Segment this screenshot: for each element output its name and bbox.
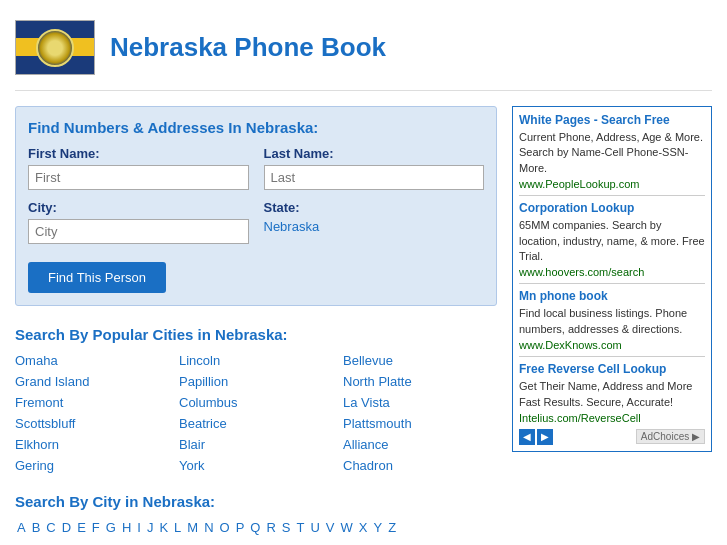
ad-title-1[interactable]: Corporation Lookup <box>519 201 705 215</box>
alpha-link-C[interactable]: C <box>44 520 57 535</box>
alpha-link-Q[interactable]: Q <box>248 520 262 535</box>
alpha-link-E[interactable]: E <box>75 520 88 535</box>
city-link[interactable]: Beatrice <box>179 416 333 431</box>
city-label: City: <box>28 200 249 215</box>
nebraska-flag <box>15 20 95 75</box>
city-link[interactable]: La Vista <box>343 395 497 410</box>
ad-choices-label: AdChoices ▶ <box>636 429 705 444</box>
ad-link-2[interactable]: www.DexKnows.com <box>519 339 622 351</box>
ad-title-2[interactable]: Mn phone book <box>519 289 705 303</box>
alpha-link-B[interactable]: B <box>30 520 43 535</box>
find-person-button[interactable]: Find This Person <box>28 262 166 293</box>
city-link[interactable]: Elkhorn <box>15 437 169 452</box>
search-form-container: Find Numbers & Addresses In Nebraska: Fi… <box>15 106 497 306</box>
name-row: First Name: Last Name: <box>28 146 484 190</box>
city-link[interactable]: Columbus <box>179 395 333 410</box>
header: Nebraska Phone Book <box>15 10 712 91</box>
flag-seal <box>36 29 74 67</box>
ad-prev-button[interactable]: ◀ <box>519 429 535 445</box>
ad-text-3: Get Their Name, Address and More Fast Re… <box>519 379 705 410</box>
state-group: State: Nebraska <box>264 200 485 244</box>
city-link[interactable]: Lincoln <box>179 353 333 368</box>
last-name-group: Last Name: <box>264 146 485 190</box>
alpha-link-X[interactable]: X <box>357 520 370 535</box>
alpha-link-U[interactable]: U <box>308 520 321 535</box>
city-link[interactable]: Fremont <box>15 395 169 410</box>
ad-text-0: Current Phone, Address, Age & More. Sear… <box>519 130 705 176</box>
alpha-link-G[interactable]: G <box>104 520 118 535</box>
ad-text-2: Find local business listings. Phone numb… <box>519 306 705 337</box>
alpha-link-M[interactable]: M <box>185 520 200 535</box>
alpha-link-F[interactable]: F <box>90 520 102 535</box>
state-value: Nebraska <box>264 219 485 234</box>
alpha-link-A[interactable]: A <box>15 520 28 535</box>
city-search-title: Search By City in Nebraska: <box>15 493 497 510</box>
alpha-link-Y[interactable]: Y <box>371 520 384 535</box>
city-link[interactable]: York <box>179 458 333 473</box>
alpha-link-S[interactable]: S <box>280 520 293 535</box>
last-name-label: Last Name: <box>264 146 485 161</box>
city-link[interactable]: Gering <box>15 458 169 473</box>
first-name-group: First Name: <box>28 146 249 190</box>
first-name-input[interactable] <box>28 165 249 190</box>
city-link[interactable]: Scottsbluff <box>15 416 169 431</box>
popular-cities-title: Search By Popular Cities in Nebraska: <box>15 326 497 343</box>
ad-box: White Pages - Search FreeCurrent Phone, … <box>512 106 712 452</box>
location-row: City: State: Nebraska <box>28 200 484 244</box>
right-column: White Pages - Search FreeCurrent Phone, … <box>512 106 712 545</box>
alpha-link-W[interactable]: W <box>339 520 355 535</box>
state-label: State: <box>264 200 485 215</box>
ad-nav: ◀▶AdChoices ▶ <box>519 429 705 445</box>
ad-link-1[interactable]: www.hoovers.com/search <box>519 266 644 278</box>
alpha-link-N[interactable]: N <box>202 520 215 535</box>
city-link[interactable]: Blair <box>179 437 333 452</box>
alpha-link-J[interactable]: J <box>145 520 156 535</box>
ad-text-1: 65MM companies. Search by location, indu… <box>519 218 705 264</box>
left-column: Find Numbers & Addresses In Nebraska: Fi… <box>15 106 497 545</box>
cities-grid: OmahaLincolnBellevueGrand IslandPapillio… <box>15 353 497 473</box>
last-name-input[interactable] <box>264 165 485 190</box>
ad-link-3[interactable]: Intelius.com/ReverseCell <box>519 412 641 424</box>
main-content: Find Numbers & Addresses In Nebraska: Fi… <box>15 106 712 545</box>
ad-next-button[interactable]: ▶ <box>537 429 553 445</box>
alpha-link-O[interactable]: O <box>218 520 232 535</box>
alpha-link-D[interactable]: D <box>60 520 73 535</box>
alpha-link-V[interactable]: V <box>324 520 337 535</box>
alpha-link-R[interactable]: R <box>264 520 277 535</box>
first-name-label: First Name: <box>28 146 249 161</box>
city-link[interactable]: Omaha <box>15 353 169 368</box>
alpha-link-T[interactable]: T <box>295 520 307 535</box>
city-link[interactable]: Grand Island <box>15 374 169 389</box>
alpha-link-I[interactable]: I <box>135 520 143 535</box>
page-title: Nebraska Phone Book <box>110 32 386 63</box>
alpha-link-K[interactable]: K <box>157 520 170 535</box>
ad-title-3[interactable]: Free Reverse Cell Lookup <box>519 362 705 376</box>
city-link[interactable]: North Platte <box>343 374 497 389</box>
ad-link-0[interactable]: www.PeopleLookup.com <box>519 178 639 190</box>
alpha-link-H[interactable]: H <box>120 520 133 535</box>
city-link[interactable]: Papillion <box>179 374 333 389</box>
city-link[interactable]: Alliance <box>343 437 497 452</box>
city-group: City: <box>28 200 249 244</box>
city-alpha-section: Search By City in Nebraska: ABCDEFGHIJKL… <box>15 493 497 535</box>
alpha-link-P[interactable]: P <box>234 520 247 535</box>
city-link[interactable]: Plattsmouth <box>343 416 497 431</box>
alphabet-row: ABCDEFGHIJKLMNOPQRSTUVWXYZ <box>15 520 497 535</box>
search-section-title: Find Numbers & Addresses In Nebraska: <box>28 119 484 136</box>
city-link[interactable]: Chadron <box>343 458 497 473</box>
city-input[interactable] <box>28 219 249 244</box>
alpha-link-L[interactable]: L <box>172 520 183 535</box>
city-link[interactable]: Bellevue <box>343 353 497 368</box>
alpha-link-Z[interactable]: Z <box>386 520 398 535</box>
popular-cities-section: Search By Popular Cities in Nebraska: Om… <box>15 326 497 473</box>
ad-title-0[interactable]: White Pages - Search Free <box>519 113 705 127</box>
